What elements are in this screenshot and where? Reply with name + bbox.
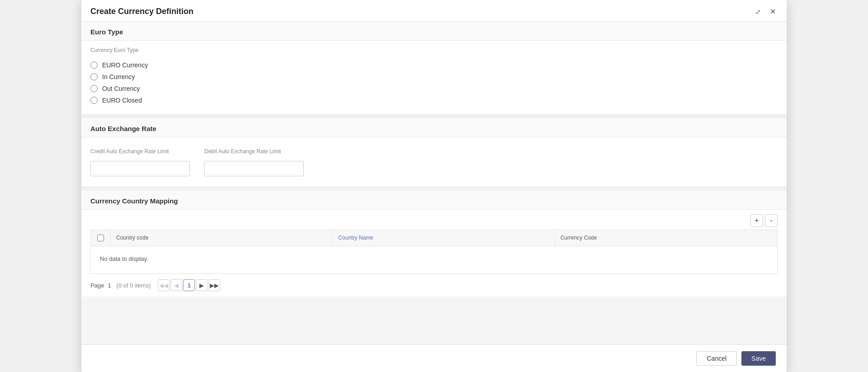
table-body: No data to display. xyxy=(91,246,777,273)
country-mapping-table: Country code Country Name Currency Code … xyxy=(90,230,778,274)
expand-button[interactable]: ⤢ xyxy=(754,7,763,16)
radio-euro-closed[interactable] xyxy=(90,97,98,104)
select-all-checkbox[interactable] xyxy=(97,235,104,241)
radio-item-out-currency[interactable]: Out Currency xyxy=(90,85,778,92)
credit-auto-exchange-rate-input[interactable] xyxy=(90,161,190,176)
mapping-toolbar: + - xyxy=(81,210,787,230)
divider-2 xyxy=(81,186,787,191)
radio-euro-closed-label: EURO Closed xyxy=(102,97,142,104)
table-footer: Page 1 (0 of 0 items) ◀◀ ◀ 1 ▶ ▶▶ xyxy=(81,274,787,297)
debit-field-label: Debit Auto Exchange Rate Limit xyxy=(204,148,304,155)
modal-header-actions: ⤢ ✕ xyxy=(754,6,778,17)
radio-euro-currency-label: EURO Currency xyxy=(102,61,148,69)
radio-out-currency[interactable] xyxy=(90,85,98,92)
radio-in-currency[interactable] xyxy=(90,73,98,80)
last-page-icon: ▶▶ xyxy=(210,282,219,289)
credit-field-label: Credit Auto Exchange Rate Limit xyxy=(90,148,190,155)
radio-item-in-currency[interactable]: In Currency xyxy=(90,73,778,80)
euro-type-field-label: Currency Euro Type xyxy=(90,47,778,53)
first-page-icon: ◀◀ xyxy=(159,282,168,289)
radio-item-euro-currency[interactable]: EURO Currency xyxy=(90,61,778,69)
country-mapping-header: Currency Country Mapping xyxy=(81,191,787,210)
divider-1 xyxy=(81,114,787,118)
debit-field-group: Debit Auto Exchange Rate Limit xyxy=(204,148,304,176)
expand-icon: ⤢ xyxy=(755,8,761,15)
cancel-button[interactable]: Cancel xyxy=(696,351,737,366)
auto-exchange-section-content: Credit Auto Exchange Rate Limit Debit Au… xyxy=(81,137,787,186)
th-country-code: Country code xyxy=(111,230,333,246)
radio-in-currency-label: In Currency xyxy=(102,73,135,80)
modal-title: Create Currency Definition xyxy=(90,7,193,16)
current-page-button[interactable]: 1 xyxy=(183,279,195,291)
close-button[interactable]: ✕ xyxy=(768,6,778,17)
th-currency-code: Currency Code xyxy=(555,230,777,246)
create-currency-modal: Create Currency Definition ⤢ ✕ Euro Type… xyxy=(81,0,787,372)
add-row-button[interactable]: + xyxy=(750,214,763,227)
radio-out-currency-label: Out Currency xyxy=(102,85,140,92)
euro-type-section-content: Currency Euro Type EURO Currency In Curr… xyxy=(81,41,787,114)
auto-exchange-rate-section: Auto Exchange Rate Credit Auto Exchange … xyxy=(81,118,787,186)
prev-page-icon: ◀ xyxy=(174,282,179,289)
credit-field-group: Credit Auto Exchange Rate Limit xyxy=(90,148,190,176)
euro-type-radio-group: EURO Currency In Currency Out Currency E… xyxy=(90,57,778,106)
radio-item-euro-closed[interactable]: EURO Closed xyxy=(90,97,778,104)
no-data-message: No data to display. xyxy=(91,246,777,271)
last-page-button[interactable]: ▶▶ xyxy=(208,279,220,291)
close-icon: ✕ xyxy=(770,7,776,16)
remove-row-button[interactable]: - xyxy=(765,214,778,227)
auto-exchange-section-header: Auto Exchange Rate xyxy=(81,118,787,137)
table-header: Country code Country Name Currency Code xyxy=(91,230,777,246)
pagination-controls: ◀◀ ◀ 1 ▶ ▶▶ xyxy=(158,279,220,291)
th-country-name[interactable]: Country Name xyxy=(333,230,555,246)
euro-type-section-header: Euro Type xyxy=(81,22,787,41)
page-label: Page xyxy=(90,282,104,289)
modal-body: Euro Type Currency Euro Type EURO Curren… xyxy=(81,22,787,344)
euro-type-section: Euro Type Currency Euro Type EURO Curren… xyxy=(81,22,787,114)
debit-auto-exchange-rate-input[interactable] xyxy=(204,161,304,176)
items-info: (0 of 0 items) xyxy=(117,282,151,289)
prev-page-button[interactable]: ◀ xyxy=(170,279,182,291)
exchange-rate-fields: Credit Auto Exchange Rate Limit Debit Au… xyxy=(90,144,778,178)
next-page-button[interactable]: ▶ xyxy=(196,279,208,291)
save-button[interactable]: Save xyxy=(741,351,776,366)
first-page-button[interactable]: ◀◀ xyxy=(158,279,170,291)
modal-header: Create Currency Definition ⤢ ✕ xyxy=(81,0,787,22)
modal-footer: Cancel Save xyxy=(81,344,787,372)
th-checkbox xyxy=(91,230,111,246)
country-mapping-section: Currency Country Mapping + - Country cod… xyxy=(81,191,787,297)
next-page-icon: ▶ xyxy=(199,282,204,289)
radio-euro-currency[interactable] xyxy=(90,61,98,69)
page-number-display: 1 xyxy=(108,282,111,289)
